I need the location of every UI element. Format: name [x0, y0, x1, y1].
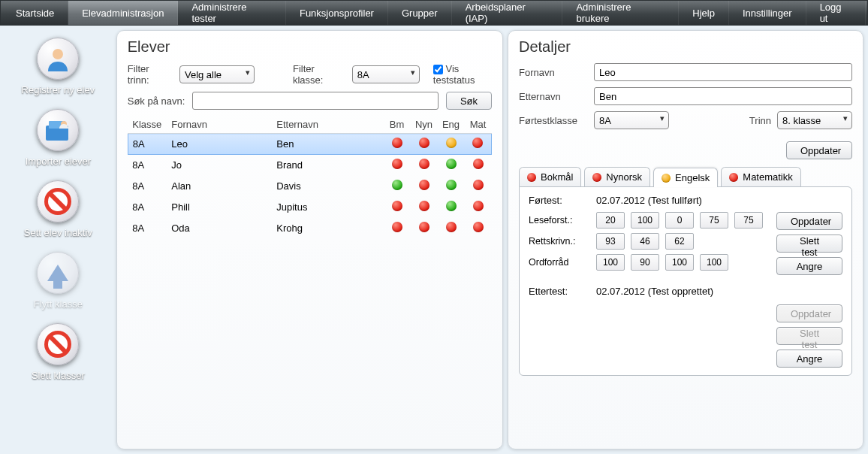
details-oppdater-button[interactable]: Oppdater: [786, 141, 852, 159]
leseforst-score[interactable]: 100: [631, 212, 659, 229]
cell-etternavn: Davis: [272, 176, 383, 197]
details-panel: Detaljer Fornavn Etternavn Førtestklasse…: [508, 30, 863, 449]
nav-innstillinger[interactable]: Innstillinger: [729, 1, 806, 25]
ettertest-oppdater-button[interactable]: Oppdater: [776, 304, 842, 322]
status-dot-icon: [592, 173, 601, 182]
cell-status: [411, 155, 438, 176]
nav-hjelp[interactable]: Hjelp: [679, 1, 729, 25]
nav-arbeidsplaner[interactable]: Arbeidsplaner (IAP): [452, 1, 563, 25]
cell-status: [411, 197, 438, 218]
cell-klasse: 8A: [128, 155, 167, 176]
nav-funksjonsprofiler[interactable]: Funksjonsprofiler: [286, 1, 388, 25]
ordforrad-score[interactable]: 90: [631, 254, 659, 271]
nav-elevadministrasjon[interactable]: Elevadministrasjon: [68, 1, 178, 25]
status-dot-icon: [446, 138, 457, 148]
status-dot-icon: [419, 180, 429, 190]
sidebar-slett-klasser[interactable]: Slett klasser: [5, 320, 110, 389]
status-dot-icon: [446, 222, 457, 232]
col-mat[interactable]: Mat: [465, 116, 492, 134]
vis-teststatus-checkbox-label[interactable]: Vis teststatus: [433, 63, 492, 86]
students-table: Klasse Fornavn Etternavn Bm Nyn Eng Mat …: [128, 116, 492, 238]
status-dot-icon: [473, 201, 484, 211]
nav-grupper[interactable]: Grupper: [388, 1, 452, 25]
table-row[interactable]: 8AAlanDavis: [128, 176, 491, 197]
fortest-angre-button[interactable]: Angre: [776, 257, 842, 275]
fornavn-input[interactable]: [594, 63, 852, 81]
cell-klasse: 8A: [128, 218, 167, 239]
ordforrad-score[interactable]: 100: [596, 254, 625, 271]
cell-status: [384, 134, 411, 155]
tab-matematikk[interactable]: Matematikk: [721, 167, 800, 186]
ettertest-angre-button[interactable]: Angre: [776, 350, 842, 368]
fortest-value: 02.07.2012 (Test fullført): [596, 195, 842, 206]
col-eng[interactable]: Eng: [438, 116, 465, 134]
search-input[interactable]: [192, 92, 439, 110]
ettertest-slett-button[interactable]: Slett test: [776, 327, 842, 345]
ordforrad-score[interactable]: 100: [665, 254, 694, 271]
sidebar-item-label: Slett klasser: [32, 370, 85, 381]
leseforst-score[interactable]: 75: [734, 212, 763, 229]
cell-status: [465, 176, 492, 197]
nav-administrere-tester[interactable]: Administrere tester: [178, 1, 286, 25]
cell-status: [465, 134, 492, 155]
filter-trinn-label: Filter trinn:: [128, 63, 166, 86]
students-panel: Elever Filter trinn: Velg alle Filter kl…: [116, 30, 503, 449]
ordforrad-score[interactable]: 100: [700, 254, 728, 271]
col-fornavn[interactable]: Fornavn: [167, 116, 272, 134]
table-row[interactable]: 8AOdaKrohg: [128, 218, 491, 239]
status-dot-icon: [473, 222, 484, 232]
trinn-select[interactable]: 8. klasse: [777, 111, 852, 129]
status-dot-icon: [473, 180, 484, 190]
nav-logg-ut[interactable]: Logg ut: [806, 1, 866, 25]
sidebar-flytt-klasse[interactable]: Flytt klasse: [5, 249, 110, 317]
status-dot-icon: [446, 159, 457, 169]
col-nyn[interactable]: Nyn: [411, 116, 438, 134]
nav-startside[interactable]: Startside: [2, 1, 68, 25]
cell-status: [411, 176, 438, 197]
ettertest-value: 02.07.2012 (Test opprettet): [596, 286, 842, 297]
nav-administrere-brukere[interactable]: Administrere brukere: [562, 1, 679, 25]
fortest-slett-button[interactable]: Slett test: [776, 235, 842, 253]
fortestklasse-select[interactable]: 8A: [594, 111, 669, 129]
tab-nynorsk[interactable]: Nynorsk: [584, 167, 650, 186]
search-button[interactable]: Søk: [446, 92, 492, 110]
rettskriv-score[interactable]: 93: [596, 233, 625, 250]
table-row[interactable]: 8ALeoBen: [128, 134, 491, 155]
col-klasse[interactable]: Klasse: [128, 116, 167, 134]
filter-klasse-select[interactable]: 8A: [352, 65, 420, 83]
fortest-oppdater-button[interactable]: Oppdater: [776, 212, 842, 230]
col-bm[interactable]: Bm: [384, 116, 411, 134]
sidebar-registrer-ny-elev[interactable]: Registrer ny elev: [5, 35, 110, 103]
cell-status: [384, 155, 411, 176]
etternavn-input[interactable]: [594, 87, 852, 105]
col-etternavn[interactable]: Etternavn: [272, 116, 383, 134]
status-dot-icon: [446, 201, 457, 211]
cell-fornavn: Oda: [167, 218, 272, 239]
status-dot-icon: [446, 180, 457, 190]
ordforrad-label: Ordforråd: [529, 257, 596, 268]
students-title: Elever: [128, 38, 492, 56]
etternavn-label: Etternavn: [519, 91, 594, 102]
leseforst-score[interactable]: 20: [596, 212, 625, 229]
sidebar-sett-elev-inaktiv[interactable]: Sett elev inaktiv: [5, 177, 110, 246]
tab-bokmal[interactable]: Bokmål: [519, 167, 581, 186]
rettskriv-score[interactable]: 46: [631, 233, 659, 250]
cell-etternavn: Krohg: [272, 218, 383, 239]
leseforst-score[interactable]: 0: [665, 212, 694, 229]
table-row[interactable]: 8APhillJupitus: [128, 197, 491, 218]
ettertest-label: Ettertest:: [529, 286, 596, 297]
vis-teststatus-checkbox[interactable]: [433, 65, 443, 74]
subject-tabs: Bokmål Nynorsk Engelsk Matematikk: [519, 167, 852, 186]
filter-trinn-select[interactable]: Velg alle: [179, 65, 255, 83]
leseforst-score[interactable]: 75: [700, 212, 728, 229]
table-row[interactable]: 8AJoBrand: [128, 155, 491, 176]
sidebar-importer-elever[interactable]: Importer elever: [5, 106, 110, 174]
status-dot-icon: [729, 173, 738, 182]
status-dot-icon: [419, 159, 429, 169]
rettskriv-score[interactable]: 62: [665, 233, 694, 250]
filter-klasse-label: Filter klasse:: [293, 63, 339, 86]
top-nav: Startside Elevadministrasjon Administrer…: [0, 0, 868, 26]
tab-engelsk[interactable]: Engelsk: [653, 168, 718, 187]
cell-status: [411, 218, 438, 239]
cell-status: [384, 176, 411, 197]
